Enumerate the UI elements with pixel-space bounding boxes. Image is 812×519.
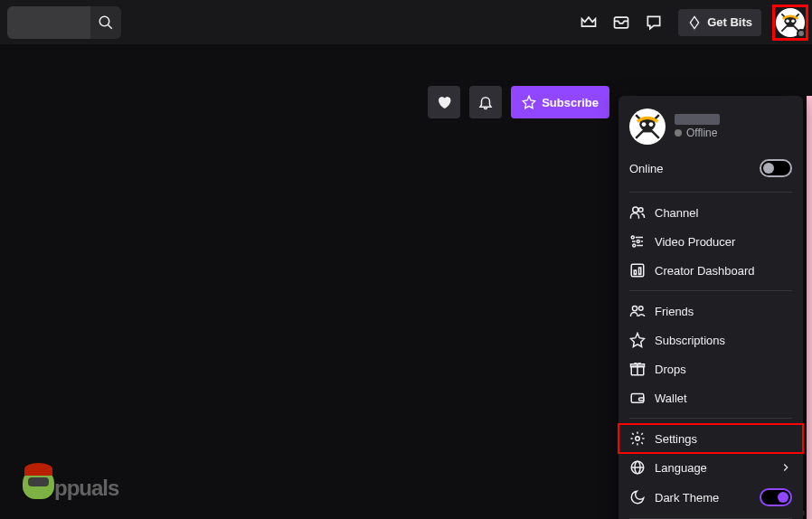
online-toggle-row: Online — [618, 154, 803, 186]
globe-icon — [629, 459, 646, 476]
menu-item-friends[interactable]: Friends — [618, 297, 803, 326]
watermark-text: ppuals — [54, 476, 118, 501]
follow-button[interactable] — [428, 86, 460, 118]
menu-item-drops[interactable]: Drops — [618, 354, 803, 383]
menu-label: Settings — [655, 432, 697, 446]
menu-item-wallet[interactable]: Wallet — [618, 383, 803, 412]
svg-rect-26 — [639, 268, 641, 275]
channel-action-row: Subscribe — [0, 86, 618, 118]
svg-line-1 — [108, 24, 112, 29]
menu-item-language[interactable]: Language — [618, 453, 803, 482]
inbox-button[interactable] — [608, 9, 635, 36]
notifications-button[interactable] — [469, 86, 502, 118]
star-icon — [522, 95, 536, 109]
svg-rect-12 — [643, 128, 652, 133]
dashboard-icon — [629, 262, 646, 278]
channel-icon — [629, 204, 646, 221]
get-bits-button[interactable]: Get Bits — [678, 9, 761, 36]
menu-label: Drops — [655, 363, 686, 376]
svg-point-15 — [633, 207, 638, 212]
menu-item-dark-theme[interactable]: Dark Theme — [618, 482, 803, 513]
menu-divider — [629, 418, 792, 419]
menu-divider — [629, 290, 792, 291]
user-dropdown-menu: Offline Online Channel Video Producer Cr… — [618, 96, 803, 519]
drops-icon — [629, 361, 646, 377]
gear-icon — [629, 430, 646, 447]
svg-rect-25 — [634, 270, 636, 275]
content-area: Subscribe Offline On — [0, 45, 812, 519]
crown-icon — [580, 14, 598, 32]
menu-label: Dark Theme — [655, 491, 719, 505]
star-icon — [629, 332, 646, 348]
svg-point-22 — [633, 244, 636, 247]
pink-edge-strip — [807, 96, 812, 519]
chevron-right-icon — [779, 461, 792, 474]
menu-label: Wallet — [655, 392, 687, 405]
get-bits-label: Get Bits — [707, 15, 752, 29]
moon-icon — [629, 489, 646, 505]
friends-icon — [629, 303, 646, 319]
menu-item-creator-dashboard[interactable]: Creator Dashboard — [618, 256, 803, 285]
producer-icon — [629, 233, 646, 250]
dark-theme-toggle[interactable] — [760, 488, 792, 506]
online-label: Online — [629, 162, 664, 175]
top-icons: Get Bits — [575, 8, 805, 37]
svg-rect-24 — [631, 264, 644, 277]
menu-avatar — [629, 109, 666, 145]
menu-label: Channel — [655, 206, 698, 220]
menu-user-info: Offline — [675, 114, 720, 139]
search-input[interactable] — [7, 6, 90, 39]
svg-point-17 — [631, 236, 634, 239]
subscribe-label: Subscribe — [542, 96, 599, 109]
skull-avatar-icon — [633, 112, 662, 141]
online-toggle[interactable] — [760, 159, 792, 177]
svg-point-0 — [99, 16, 109, 26]
svg-point-33 — [636, 437, 640, 441]
user-avatar-button[interactable] — [776, 8, 805, 37]
inbox-icon — [612, 14, 630, 32]
svg-point-14 — [649, 122, 654, 127]
menu-item-settings[interactable]: Settings — [618, 424, 803, 453]
menu-label: Language — [655, 461, 707, 475]
status-dot — [797, 29, 806, 38]
prime-loot-button[interactable] — [575, 9, 602, 36]
menu-label: Creator Dashboard — [655, 264, 755, 278]
svg-point-28 — [639, 307, 644, 311]
svg-point-16 — [639, 208, 644, 212]
search-box — [7, 6, 121, 39]
bell-icon — [477, 94, 494, 110]
menu-label: Subscriptions — [655, 334, 725, 347]
svg-point-27 — [632, 306, 637, 310]
wallet-icon — [629, 390, 646, 406]
menu-header: Offline — [618, 105, 803, 154]
search-button[interactable] — [90, 6, 121, 39]
status-dot-icon — [675, 129, 682, 137]
menu-label: Video Producer — [655, 235, 735, 249]
watermark: ppuals — [23, 467, 118, 501]
menu-label: Friends — [655, 305, 694, 318]
search-icon — [98, 14, 114, 31]
menu-username-blurred — [675, 114, 720, 125]
bits-icon — [687, 15, 702, 30]
menu-status: Offline — [675, 127, 720, 139]
subscribe-button[interactable]: Subscribe — [511, 86, 609, 118]
menu-item-video-producer[interactable]: Video Producer — [618, 227, 803, 256]
chat-icon — [645, 14, 663, 32]
svg-point-19 — [637, 241, 639, 243]
menu-divider — [629, 192, 792, 193]
top-bar: Get Bits — [0, 0, 812, 45]
svg-point-13 — [642, 122, 647, 127]
menu-item-channel[interactable]: Channel — [618, 198, 803, 227]
whispers-button[interactable] — [640, 9, 667, 36]
heart-icon — [436, 94, 452, 110]
status-text: Offline — [686, 127, 717, 139]
menu-item-subscriptions[interactable]: Subscriptions — [618, 326, 803, 354]
